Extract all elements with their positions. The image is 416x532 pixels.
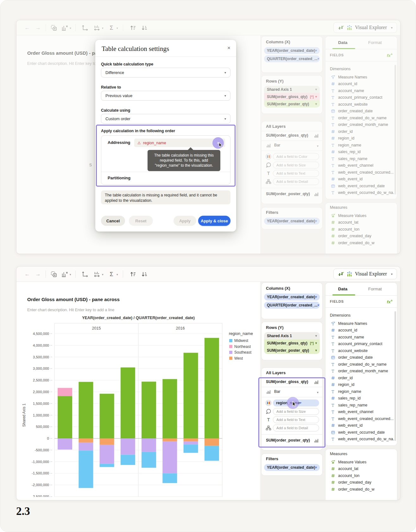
bar-segment-Midwest[interactable] xyxy=(205,446,219,461)
field-item[interactable]: Measure Values xyxy=(331,459,395,465)
pill-year-order-created-date[interactable]: YEAR(order_created_date) ▾ xyxy=(264,294,320,300)
legend-swatch-Northeast[interactable] xyxy=(229,345,232,348)
remove-field-button[interactable]: × xyxy=(212,137,224,149)
field-item[interactable]: account_id xyxy=(331,327,395,334)
formula-add-icon[interactable]: fx+ xyxy=(387,299,393,304)
sort-desc-icon[interactable] xyxy=(141,270,148,278)
legend-label[interactable]: Southeast xyxy=(234,350,252,355)
sort-asc-icon[interactable] xyxy=(129,270,137,278)
bar-segment-Midwest[interactable] xyxy=(121,455,135,465)
field-item[interactable]: order_created_date xyxy=(331,354,395,361)
caret-down-icon[interactable]: ▾ xyxy=(315,342,317,345)
field-item[interactable]: sales_rep_id xyxy=(331,395,395,402)
back-icon[interactable]: ← xyxy=(23,270,31,278)
field-item[interactable]: region_name xyxy=(331,388,395,395)
field-item[interactable]: account_website xyxy=(331,347,395,354)
caret-down-icon[interactable]: ▾ xyxy=(315,295,317,299)
bar-segment-Southeast[interactable] xyxy=(121,438,135,455)
bar-segment-Midwest[interactable] xyxy=(184,444,198,453)
tab-data[interactable]: Data xyxy=(338,287,347,291)
bar-segment-West[interactable] xyxy=(162,438,177,442)
field-item[interactable]: account_name xyxy=(331,334,395,340)
reset-button[interactable]: Reset xyxy=(129,216,153,226)
field-item[interactable]: web_event_id xyxy=(331,422,395,429)
duplicate-viz-icon[interactable] xyxy=(50,270,58,278)
bar-segment-Northeast[interactable] xyxy=(58,388,72,396)
fields-scrollbar[interactable] xyxy=(394,311,396,441)
swap-axes-icon[interactable] xyxy=(81,270,89,278)
bar-segment-Midwest[interactable] xyxy=(100,464,114,467)
legend-swatch-West[interactable] xyxy=(229,357,232,360)
caret-down-icon[interactable]: ▾ xyxy=(102,273,104,276)
forward-icon[interactable]: → xyxy=(34,270,42,278)
cancel-button[interactable]: Cancel xyxy=(101,216,125,226)
pill-sum-order-gloss-qty[interactable]: SUM(order_gloss_qty) [*] ▾ xyxy=(264,339,320,347)
bar-segment-Southeast[interactable] xyxy=(162,442,177,473)
caret-down-icon[interactable]: ▾ xyxy=(70,273,71,276)
bar-segment-base[interactable] xyxy=(162,379,177,438)
bar-segment-Southeast[interactable] xyxy=(184,442,198,445)
bar-segment-base[interactable] xyxy=(58,396,72,438)
field-item[interactable]: web_event_channel xyxy=(331,409,395,415)
aggregate-icon[interactable] xyxy=(108,270,115,278)
field-item[interactable]: order_created_day xyxy=(331,479,395,486)
stacked-bar-chart[interactable]: YEAR(order_created_date) / QUARTER(order… xyxy=(16,298,260,497)
visual-explorer-selector[interactable]: Visual Explorer ▾ xyxy=(333,269,397,279)
field-item[interactable]: account_lon xyxy=(331,472,395,479)
bar-segment-base[interactable] xyxy=(121,368,135,438)
bar-segment-Midwest[interactable] xyxy=(142,452,156,468)
field-item[interactable]: order_created_month_name xyxy=(331,368,395,374)
bar-segment-West[interactable] xyxy=(79,438,93,442)
tab-format[interactable]: Format xyxy=(368,287,382,291)
field-item[interactable]: sales_rep_name xyxy=(331,402,395,408)
bar-segment-Midwest[interactable] xyxy=(162,473,177,483)
field-item[interactable]: account_lat xyxy=(331,466,395,472)
bar-segment-Midwest[interactable] xyxy=(79,450,93,488)
caret-down-icon[interactable]: ▾ xyxy=(318,304,319,307)
legend-swatch-Southeast[interactable] xyxy=(229,351,232,354)
field-item[interactable]: region_id xyxy=(331,381,395,388)
pill-quarter-order-created-date[interactable]: QUARTER(order_created_... ▾ xyxy=(264,302,320,309)
field-item[interactable]: order_created_do_w xyxy=(331,486,395,492)
shared-axis-header[interactable]: Shared Axis 1 ▾ xyxy=(264,332,320,339)
bar-segment-base[interactable] xyxy=(205,338,219,438)
addressing-field-chip[interactable]: ⚠ region_name × xyxy=(134,139,225,147)
bar-segment-base[interactable] xyxy=(79,382,93,438)
bar-segment-Southeast[interactable] xyxy=(79,442,93,450)
field-item[interactable]: order_created_do_w_name xyxy=(331,361,395,368)
field-item[interactable]: Measure Names xyxy=(331,320,395,327)
field-item[interactable]: web_event_occurred_do_w_na... xyxy=(331,436,395,442)
bar-segment-Southeast[interactable] xyxy=(142,438,156,452)
dimensions-list: Measure Namesaccount_idaccount_nameaccou… xyxy=(325,320,396,443)
bar-segment-base[interactable] xyxy=(100,394,114,438)
bar-segment-West[interactable] xyxy=(205,438,219,446)
caret-down-icon[interactable]: ▾ xyxy=(117,273,118,276)
remove-viz-icon[interactable] xyxy=(61,270,68,278)
calculate-using-select[interactable]: Custom order ▾ xyxy=(101,114,230,124)
caret-down-icon[interactable]: ▾ xyxy=(315,349,317,352)
field-item[interactable]: order_id xyxy=(331,374,395,381)
bar-segment-base[interactable] xyxy=(184,353,198,438)
calc-type-select[interactable]: Difference ▾ xyxy=(101,68,230,77)
bar-segment-Southeast[interactable] xyxy=(100,445,114,464)
bar-segment-West[interactable] xyxy=(184,438,198,442)
close-icon[interactable]: × xyxy=(227,45,230,51)
field-item[interactable]: account_primary_contact xyxy=(331,341,395,347)
caret-down-icon[interactable]: ▾ xyxy=(315,466,317,469)
apply-button[interactable]: Apply xyxy=(173,216,196,226)
legend-label[interactable]: West xyxy=(234,356,243,361)
pill-filter-year[interactable]: YEAR(order_created_date) ▾ xyxy=(264,464,320,471)
apply-close-button[interactable]: Apply & close xyxy=(198,216,230,226)
field-item[interactable]: web_event_created_occurred... xyxy=(331,415,395,422)
relative-to-select[interactable]: Previous value ▾ xyxy=(101,91,230,101)
bar-segment-base[interactable] xyxy=(142,382,156,439)
legend-label[interactable]: Midwest xyxy=(234,338,249,343)
bar-segment-Southeast[interactable] xyxy=(58,438,72,449)
pill-sum-order-poster-qty[interactable]: SUM(order_poster_qty) ▾ xyxy=(264,347,320,354)
chart-type-icon[interactable] xyxy=(93,270,101,278)
legend-swatch-Midwest[interactable] xyxy=(229,339,232,342)
field-item[interactable]: web_event_occurred_date xyxy=(331,429,395,436)
bar-segment-West[interactable] xyxy=(100,438,114,445)
legend-label[interactable]: Northeast xyxy=(234,344,251,349)
caret-down-icon[interactable]: ▾ xyxy=(315,334,317,337)
